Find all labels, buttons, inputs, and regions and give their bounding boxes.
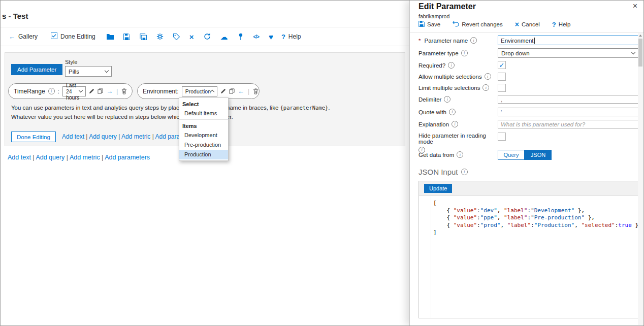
json-input-heading: JSON Input i [418, 168, 468, 176]
required-checkbox[interactable]: ✓ [498, 61, 506, 69]
settings-gear-icon[interactable] [156, 33, 164, 40]
link-separator: | [117, 133, 121, 140]
parameter-name-label: * Parameter name i [418, 37, 477, 44]
link-separator: | [31, 154, 36, 161]
info-icon: i [448, 62, 455, 69]
delimiter-input[interactable]: , [498, 95, 638, 104]
folder-icon[interactable] [107, 34, 114, 40]
toolbar-divider [1, 46, 409, 46]
link-add-metric[interactable]: Add metric [70, 154, 100, 161]
panel-scrollbar[interactable] [638, 33, 643, 325]
info-icon: i [444, 96, 450, 103]
environment-value: Production [185, 88, 211, 94]
get-data-from-label: Get data from i [418, 151, 463, 158]
gallery-label: Gallery [18, 33, 38, 40]
editor-toolbar: Update [419, 181, 638, 196]
update-button[interactable]: Update [424, 184, 452, 193]
help-button[interactable]: ? Help [281, 33, 301, 40]
info-icon: i [482, 84, 489, 91]
code-line: { "value":"prod", "label":"Production", … [433, 222, 638, 230]
link-add-metric[interactable]: Add metric [121, 133, 150, 140]
menu-group-header-items: Items [179, 121, 228, 131]
panel-help-button[interactable]: ? Help [552, 21, 571, 28]
code-editor[interactable]: [ { "value":"dev", "label":"Development"… [419, 196, 638, 318]
code-line: { "value":"dev", "label":"Development" }… [433, 207, 638, 215]
link-add-text[interactable]: Add text [62, 133, 84, 140]
allow-multiple-selections-checkbox[interactable] [498, 73, 506, 81]
environment-parameter-pill: Environment: Production ← | [137, 83, 260, 99]
revert-changes-button[interactable]: Revert changes [453, 21, 503, 28]
scrollbar-thumb[interactable] [638, 39, 642, 67]
gallery-button[interactable]: ← Gallery [9, 33, 38, 40]
info-icon: i [452, 121, 458, 127]
close-icon[interactable]: × [633, 2, 637, 10]
info-icon: i [48, 88, 55, 94]
quote-with-input[interactable]: ' [498, 108, 638, 116]
tag-icon[interactable] [173, 34, 180, 40]
close-x-icon[interactable]: × [189, 33, 194, 41]
done-editing-icon [51, 32, 57, 41]
parameter-type-select[interactable]: Drop down [498, 48, 638, 58]
edit-pencil-icon[interactable] [220, 88, 226, 94]
link-add-parameters[interactable]: Add parameters [105, 154, 150, 161]
environment-select[interactable]: Production [182, 86, 217, 96]
parameter-name-input[interactable]: Environment [498, 36, 638, 45]
code-icon[interactable]: </> [253, 34, 259, 40]
get-data-query-button[interactable]: Query [498, 150, 525, 160]
get-data-from-toggle: Query JSON [498, 150, 552, 160]
add-parameter-button[interactable]: Add Parameter [11, 64, 62, 75]
save-icon[interactable] [123, 34, 130, 40]
hide-parameter-checkbox[interactable] [498, 133, 506, 141]
link-separator: | [100, 154, 105, 161]
menu-item-production[interactable]: Production [179, 150, 228, 159]
menu-group-header-select: Select [179, 99, 228, 109]
done-editing-section-button[interactable]: Done Editing [11, 132, 56, 142]
cancel-button[interactable]: × Cancel [515, 21, 540, 28]
chevron-down-icon [631, 50, 635, 54]
heart-icon[interactable]: ♥ [269, 33, 273, 41]
explanation-placeholder: What is this parameter used for? [501, 121, 585, 127]
info-icon: i [470, 37, 477, 44]
menu-item-default-items[interactable]: Default items [179, 109, 228, 118]
move-left-icon[interactable]: ← [238, 88, 244, 94]
timerange-colon: : [58, 88, 59, 95]
parameter-name-code: {parameterName} [280, 105, 329, 111]
timerange-value: Last 24 hours [66, 82, 79, 101]
edit-pencil-icon[interactable] [89, 88, 94, 94]
cloud-icon[interactable]: ☁ [220, 33, 228, 41]
delimiter-label: Delimiter i [418, 96, 450, 103]
done-editing-toolbar-button[interactable]: Done Editing [51, 32, 95, 41]
link-separator: | [65, 154, 70, 161]
link-add-query[interactable]: Add query [36, 154, 65, 161]
style-select[interactable]: Pills [65, 66, 112, 77]
move-right-icon[interactable]: → [106, 88, 113, 94]
link-add-text[interactable]: Add text [8, 154, 31, 161]
revert-icon [453, 21, 459, 28]
limit-multiple-selections-checkbox[interactable] [498, 84, 506, 92]
code-line: [ [433, 200, 638, 207]
environment-label: Environment: [143, 88, 179, 95]
delete-trash-icon[interactable] [121, 88, 127, 94]
chevron-down-icon [79, 88, 83, 92]
help-label: Help [288, 33, 301, 40]
menu-item-pre-production[interactable]: Pre-production [179, 140, 228, 150]
refresh-icon[interactable] [204, 33, 211, 40]
edit-parameter-panel: Edit Parameter fabrikamprod × Save Rever… [409, 1, 643, 325]
get-data-json-button[interactable]: JSON [525, 150, 552, 160]
save-button[interactable]: Save [418, 21, 440, 28]
link-add-query[interactable]: Add query [89, 133, 117, 140]
panel-title: Edit Parameter [418, 2, 476, 11]
timerange-select[interactable]: Last 24 hours [62, 86, 86, 96]
link-separator: | [84, 133, 89, 140]
scroll-up-arrow-icon[interactable] [639, 35, 642, 37]
duplicate-icon[interactable] [98, 88, 103, 94]
menu-item-development[interactable]: Development [179, 131, 228, 140]
help-icon: ? [552, 21, 556, 28]
delete-trash-icon[interactable] [253, 88, 259, 94]
parameters-hint-line1: You can use parameters in text and analy… [11, 105, 330, 111]
duplicate-icon[interactable] [229, 88, 235, 94]
save-as-icon[interactable] [140, 34, 147, 40]
explanation-input[interactable]: What is this parameter used for? [498, 120, 638, 128]
json-input-editor: Update [ { "value":"dev", "label":"Devel… [418, 181, 638, 318]
pin-icon[interactable] [238, 33, 244, 40]
